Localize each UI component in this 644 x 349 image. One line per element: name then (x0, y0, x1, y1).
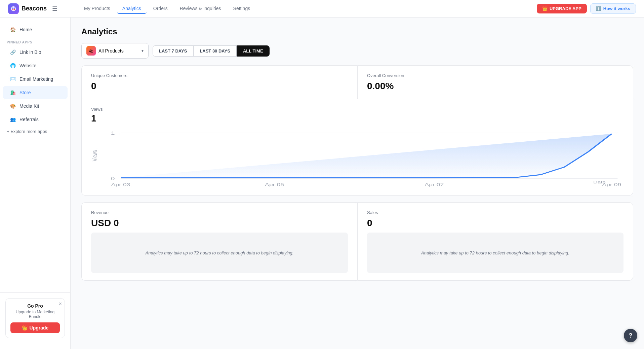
go-pro-title: Go Pro (10, 303, 60, 309)
svg-text:Apr 03: Apr 03 (111, 182, 130, 187)
explore-more-link[interactable]: + Explore more apps (0, 126, 70, 137)
hamburger-icon[interactable]: ☰ (52, 5, 57, 12)
unique-customers-card: Unique Customers 0 (81, 65, 357, 99)
revenue-value: USD 0 (91, 218, 348, 229)
upgrade-sidebar-button[interactable]: 👑 Upgrade (10, 322, 60, 333)
sales-notice: Analytics may take up to 72 hours to col… (367, 233, 623, 273)
sidebar-item-home[interactable]: 🏠 Home (3, 23, 68, 36)
home-icon: 🏠 (9, 26, 16, 33)
nav-orders[interactable]: Orders (148, 4, 173, 14)
brand: Beacons ☰ (8, 3, 79, 14)
close-go-pro-button[interactable]: × (59, 301, 62, 307)
filters-bar: 🛍 All Products ▾ LAST 7 DAYS LAST 30 DAY… (81, 43, 633, 59)
go-pro-card: × Go Pro Upgrade to Marketing Bundle 👑 U… (5, 298, 65, 338)
all-time-button[interactable]: ALL TIME (237, 45, 270, 57)
product-select-dropdown[interactable]: 🛍 All Products ▾ (81, 43, 149, 59)
nav-actions: 👑 UPGRADE APP ℹ️ How it works (537, 3, 636, 14)
unique-customers-value: 0 (91, 81, 348, 92)
svg-text:Views: Views (91, 150, 98, 161)
brand-logo (8, 3, 19, 14)
brand-name: Beacons (22, 5, 47, 12)
time-filter-group: LAST 7 DAYS LAST 30 DAYS ALL TIME (153, 45, 270, 57)
info-icon: ℹ️ (596, 6, 601, 11)
crown-sidebar-icon: 👑 (22, 325, 28, 330)
store-icon: 🛍️ (9, 89, 16, 96)
nav-links: My Products Analytics Orders Reviews & I… (79, 4, 537, 14)
main-content: Analytics 🛍 All Products ▾ LAST 7 DAYS L… (71, 18, 644, 349)
product-name-label: All Products (98, 48, 124, 54)
page-title: Analytics (81, 27, 633, 36)
sales-label: Sales (367, 210, 623, 215)
media-kit-icon: 🎨 (9, 103, 16, 109)
layout: 🏠 Home PINNED APPS 🔗 Link in Bio 🌐 Websi… (0, 18, 644, 349)
views-chart-value: 1 (91, 113, 623, 124)
sidebar-item-referrals[interactable]: 👥 Referrals (3, 113, 68, 126)
go-pro-subtitle: Upgrade to Marketing Bundle (10, 310, 60, 319)
svg-point-0 (11, 6, 16, 11)
svg-rect-1 (12, 7, 13, 9)
top-nav: Beacons ☰ My Products Analytics Orders R… (0, 0, 644, 18)
unique-customers-label: Unique Customers (91, 73, 348, 78)
sidebar-item-store[interactable]: 🛍️ Store (3, 86, 68, 99)
views-chart-container: 1 0 Views (91, 129, 623, 190)
svg-rect-3 (12, 9, 13, 10)
svg-text:Apr 05: Apr 05 (265, 182, 284, 187)
svg-rect-4 (14, 9, 15, 10)
views-chart-svg: 1 0 Views (91, 129, 623, 190)
nav-my-products[interactable]: My Products (79, 4, 116, 14)
referrals-icon: 👥 (9, 116, 16, 123)
last-30-days-button[interactable]: LAST 30 DAYS (193, 45, 237, 57)
views-chart-card: Views 1 1 0 Views (81, 99, 633, 196)
revenue-notice: Analytics may take up to 72 hours to col… (91, 233, 348, 273)
sidebar: 🏠 Home PINNED APPS 🔗 Link in Bio 🌐 Websi… (0, 18, 71, 349)
sidebar-item-link-in-bio[interactable]: 🔗 Link in Bio (3, 46, 68, 59)
nav-settings[interactable]: Settings (228, 4, 256, 14)
svg-rect-2 (14, 7, 15, 9)
email-icon: ✉️ (9, 76, 16, 82)
website-icon: 🌐 (9, 62, 16, 69)
upgrade-app-button[interactable]: 👑 UPGRADE APP (537, 4, 587, 13)
sales-card: Sales 0 Analytics may take up to 72 hour… (357, 202, 633, 281)
stat-cards: Unique Customers 0 Overall Conversion 0.… (81, 65, 633, 99)
sidebar-item-website[interactable]: 🌐 Website (3, 59, 68, 72)
crown-icon: 👑 (542, 6, 548, 11)
how-it-works-button[interactable]: ℹ️ How it works (590, 3, 636, 14)
svg-text:0: 0 (111, 176, 115, 181)
sidebar-item-media-kit[interactable]: 🎨 Media Kit (3, 100, 68, 112)
link-icon: 🔗 (9, 49, 16, 56)
sidebar-item-email-marketing[interactable]: ✉️ Email Marketing (3, 73, 68, 85)
svg-text:1: 1 (111, 131, 115, 136)
help-button[interactable]: ? (624, 329, 637, 342)
overall-conversion-card: Overall Conversion 0.00% (357, 65, 633, 99)
nav-analytics[interactable]: Analytics (117, 4, 147, 14)
chevron-down-icon: ▾ (142, 48, 144, 53)
nav-reviews-inquiries[interactable]: Reviews & Inquiries (174, 4, 227, 14)
revenue-card: Revenue USD 0 Analytics may take up to 7… (81, 202, 357, 281)
svg-text:Apr 07: Apr 07 (425, 182, 444, 187)
bottom-cards: Revenue USD 0 Analytics may take up to 7… (81, 202, 633, 281)
last-7-days-button[interactable]: LAST 7 DAYS (153, 45, 193, 57)
overall-conversion-label: Overall Conversion (367, 73, 623, 78)
product-icon: 🛍 (86, 46, 96, 56)
revenue-label: Revenue (91, 210, 348, 215)
overall-conversion-value: 0.00% (367, 81, 623, 92)
svg-text:Date: Date (593, 180, 606, 184)
sidebar-bottom: × Go Pro Upgrade to Marketing Bundle 👑 U… (0, 292, 70, 344)
sales-value: 0 (367, 218, 623, 229)
pinned-apps-label: PINNED APPS (0, 36, 70, 45)
views-chart-label: Views (91, 107, 623, 112)
